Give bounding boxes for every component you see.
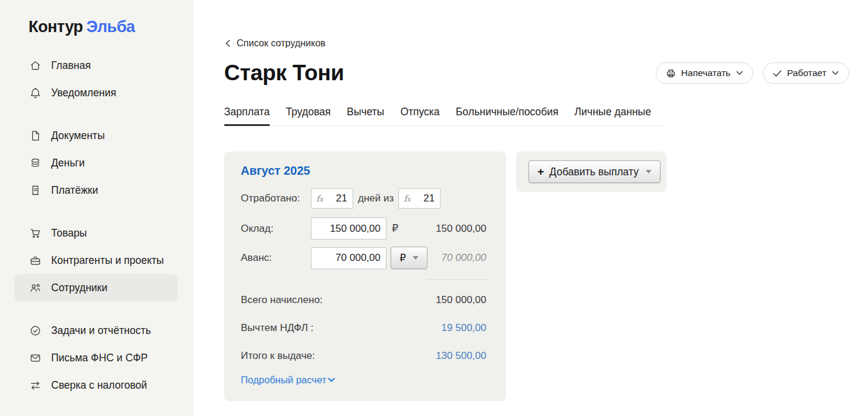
sidebar-item-uvedomleniya[interactable]: Уведомления [14,79,178,106]
salary-input[interactable] [311,218,386,239]
sidebar-item-kontragenty[interactable]: Контрагенты и проекты [14,247,178,274]
sidebar-item-label: Уведомления [51,87,116,99]
sidebar-item-glavnaya[interactable]: Главная [14,52,178,79]
page-title: Старк Тони [224,61,344,86]
title-row: Старк Тони Напечатать Работает [224,61,849,86]
add-payment-button[interactable]: + Добавить выплату [529,160,661,183]
ndfl-row: Вычтем НДФЛ : 19 500,00 [241,322,486,334]
tab-zarplata[interactable]: Зарплата [224,106,270,125]
detailed-calculation-label: Подробный расчет [241,374,326,386]
sidebar-item-zadachi[interactable]: Задачи и отчётность [14,317,178,344]
currency-select[interactable]: ₽ [391,247,427,269]
status-button[interactable]: Работает [763,62,849,84]
briefcase-icon [29,254,42,267]
payout-value: 130 500,00 [436,350,486,362]
total-days-value[interactable] [411,193,441,204]
coins-icon [29,156,42,170]
sidebar-item-pisma[interactable]: Письма ФНС и СФР [14,344,178,371]
sidebar-item-label: Товары [51,227,87,239]
total-accrued-row: Всего начислено: 150 000,00 [241,294,486,306]
advance-computed-value: 70 000,00 [441,252,486,264]
total-days-input[interactable]: fx [398,188,441,209]
logo-elba: Эльба [86,18,134,36]
nav-group-reports: Задачи и отчётность Письма ФНС и СФР Све… [0,317,193,399]
ruble-sign: ₽ [392,222,398,235]
people-icon [29,281,42,295]
nav-group-top: Главная Уведомления [0,52,193,106]
detailed-calculation-link[interactable]: Подробный расчет [241,374,335,386]
worked-days-row: Отработано: fx дней из fx [241,188,486,209]
formula-icon: fx [312,194,323,203]
advance-label: Аванс: [241,252,311,264]
check-circle-icon [29,324,42,338]
bell-icon [29,86,42,100]
sidebar-item-sotrudniki[interactable]: Сотрудники [14,274,178,301]
tab-bolnichnye[interactable]: Больничные/пособия [456,106,559,125]
advance-row: Аванс: ₽ 70 000,00 [241,247,486,269]
tab-trudovaya[interactable]: Трудовая [286,106,331,125]
chevron-down-icon [736,71,743,75]
sidebar-item-label: Письма ФНС и СФР [51,352,148,364]
sidebar-item-sverka[interactable]: Сверка с налоговой [14,371,178,399]
worked-days-input[interactable]: fx [311,188,353,209]
exchange-icon [29,379,42,392]
salary-computed-value: 150 000,00 [436,223,486,235]
ndfl-value: 19 500,00 [441,322,486,334]
salary-label: Оклад: [241,223,311,235]
sidebar-item-dokumenty[interactable]: Документы [14,122,178,149]
back-link-label: Список сотрудников [237,38,326,49]
add-payment-label: Добавить выплату [549,166,639,178]
sidebar-item-label: Задачи и отчётность [51,324,151,337]
document-icon [29,129,42,143]
worked-days-label: Отработано: [241,193,311,204]
sidebar-nav: Главная Уведомления Документы Деньги [0,52,193,399]
print-button-label: Напечатать [681,68,731,78]
totals-divider [427,279,486,280]
logo-kontur: Контур [29,18,83,36]
sidebar-item-label: Деньги [51,157,85,169]
formula-icon: fx [399,194,410,203]
chevron-down-icon [328,377,335,383]
title-actions: Напечатать Работает [656,62,849,84]
nav-group-docs: Документы Деньги Платёжки [0,122,193,204]
caret-down-icon [413,256,419,260]
currency-select-value: ₽ [400,252,406,264]
sidebar-item-label: Главная [51,59,91,72]
nav-group-business: Товары Контрагенты и проекты Сотрудники [0,219,193,301]
print-button[interactable]: Напечатать [656,62,753,84]
payout-row: Итого к выдаче: 130 500,00 [241,350,486,362]
tab-vychety[interactable]: Вычеты [347,106,384,125]
sidebar-item-label: Сотрудники [51,282,108,294]
plus-icon: + [537,165,544,178]
chevron-left-icon [224,39,231,48]
salary-card: Август 2025 Отработано: fx дней из fx Ок… [224,152,506,401]
caret-down-icon [646,170,652,174]
payout-label: Итого к выдаче: [241,350,315,362]
advance-input[interactable] [311,247,386,269]
home-icon [29,59,42,73]
check-icon [773,70,782,77]
content-row: Август 2025 Отработано: fx дней из fx Ок… [224,152,849,401]
ndfl-label: Вычтем НДФЛ : [241,322,313,334]
total-accrued-label: Всего начислено: [241,294,323,306]
sidebar-item-label: Документы [51,130,105,142]
sidebar: КонтурЭльба Главная Уведомления [0,0,193,416]
sidebar-item-label: Платёжки [51,184,98,197]
total-accrued-value: 150 000,00 [436,294,486,306]
cart-icon [29,226,42,240]
status-button-label: Работает [787,68,826,78]
sidebar-item-platezhki[interactable]: Платёжки [14,177,178,204]
app-logo[interactable]: КонтурЭльба [29,18,193,36]
actions-panel: + Добавить выплату [516,152,666,192]
worked-days-value[interactable] [323,193,353,204]
tab-otpuska[interactable]: Отпуска [400,106,439,125]
sidebar-item-tovary[interactable]: Товары [14,219,178,247]
tab-lichnye-dannye[interactable]: Личные данные [574,106,651,125]
month-title: Август 2025 [241,164,486,178]
chevron-down-icon [832,71,839,75]
sidebar-item-dengi[interactable]: Деньги [14,149,178,177]
main-content: Список сотрудников Старк Тони Напечатать… [193,0,868,416]
receipt-icon [29,184,42,197]
sidebar-item-label: Контрагенты и проекты [51,254,164,267]
back-link-employees-list[interactable]: Список сотрудников [224,38,326,49]
